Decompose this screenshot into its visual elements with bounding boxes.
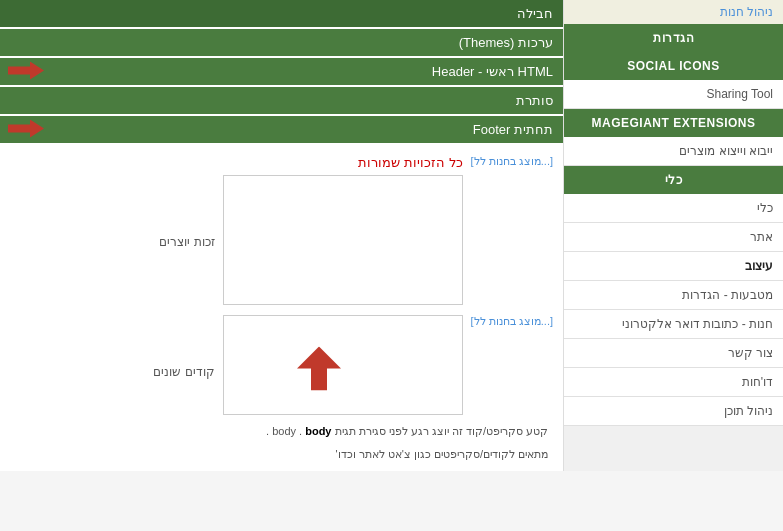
settings-header: הגדרות	[564, 24, 783, 52]
arrow-codes-icon	[297, 347, 341, 394]
nav-menu: חבילה (Themes) ערכות Header - ראשי HTML …	[0, 0, 563, 143]
copyright-section: [מוצג בחנות לל...] כל הזכויות שמורות זכו…	[0, 150, 563, 310]
sidebar-label-design: עיצוב	[745, 259, 773, 273]
svg-marker-2	[297, 347, 341, 391]
field-label-copyright: זכות יוצרים	[159, 235, 214, 249]
nav-item-soteret[interactable]: סותרת	[0, 87, 563, 114]
note-dot: .	[266, 425, 269, 437]
sidebar-item-tools[interactable]: כלי	[564, 194, 783, 223]
section-title-copyright: כל הזכויות שמורות	[358, 155, 462, 175]
left-panel: חבילה (Themes) ערכות Header - ראשי HTML …	[0, 0, 563, 471]
sidebar-item-contact[interactable]: צור קשר	[564, 339, 783, 368]
copyright-label: [מוצג בחנות לל...]	[471, 155, 553, 168]
main-wrapper: חבילה (Themes) ערכות Header - ראשי HTML …	[0, 0, 783, 471]
sidebar: ניהול חנות הגדרות SOCIAL ICONS Sharing T…	[563, 0, 783, 471]
sidebar-item-site[interactable]: אתר	[564, 223, 783, 252]
sidebar-item-currencies[interactable]: מטבעות - הגדרות	[564, 281, 783, 310]
content-body: [מוצג בחנות לל...] כל הזכויות שמורות זכו…	[0, 145, 563, 471]
codes-bracket: [מוצג בחנות לל...]	[471, 315, 553, 328]
nav-item-footer[interactable]: Footer תחתית	[0, 116, 563, 143]
note-text: קטע סקריפט/קוד זה יוצג רגע לפני סגירת תג…	[0, 420, 563, 443]
copyright-textarea[interactable]	[223, 175, 463, 305]
sidebar-item-reports[interactable]: דו'חות	[564, 368, 783, 397]
codes-section: [מוצג בחנות לל...] קודים שונים	[0, 310, 563, 420]
nav-item-header-html[interactable]: Header - ראשי HTML	[0, 58, 563, 85]
sidebar-item-content-mgmt[interactable]: ניהול תוכן	[564, 397, 783, 426]
bracket-copyright: [מוצג בחנות לל...]	[471, 155, 553, 168]
magegiant-header: MAGEGIANT EXTENSIONS	[564, 109, 783, 137]
tools-header: כלי	[564, 166, 783, 194]
nav-item-chevila[interactable]: חבילה	[0, 0, 563, 27]
svg-marker-0	[8, 61, 44, 79]
arrow-header-icon	[8, 61, 44, 82]
codes-textarea[interactable]	[223, 315, 463, 415]
nav-label-footer: Footer תחתית	[473, 122, 553, 137]
arrow-footer-icon	[8, 119, 44, 140]
sidebar-top-link: ניהול חנות	[564, 0, 783, 24]
svg-marker-1	[8, 119, 44, 137]
sidebar-item-sharing-tool[interactable]: Sharing Tool	[564, 80, 783, 109]
nav-label-soteret: סותרת	[516, 93, 553, 108]
nav-label-header-html: Header - ראשי HTML	[432, 64, 553, 79]
note-line2: מתאים לקודים/סקריפטים כגון צ'אט לאתר וכד…	[335, 448, 548, 460]
nav-label-chevila: חבילה	[517, 6, 553, 21]
social-icons-header: SOCIAL ICONS	[564, 52, 783, 80]
note-text2: מתאים לקודים/סקריפטים כגון צ'אט לאתר וכד…	[0, 443, 563, 466]
manage-store-link[interactable]: ניהול חנות	[720, 5, 773, 19]
bracket-codes: [מוצג בחנות לל...]	[471, 315, 553, 328]
sidebar-item-design[interactable]: עיצוב	[564, 252, 783, 281]
body-tag: body	[305, 425, 331, 437]
field-label-codes: קודים שונים	[153, 365, 214, 379]
sidebar-item-import-export[interactable]: ייבוא וייצוא מוצרים	[564, 137, 783, 166]
nav-item-themes[interactable]: (Themes) ערכות	[0, 29, 563, 56]
sidebar-item-store-email[interactable]: חנות - כתובות דואר אלקטרוני	[564, 310, 783, 339]
nav-label-themes: (Themes) ערכות	[459, 35, 553, 50]
